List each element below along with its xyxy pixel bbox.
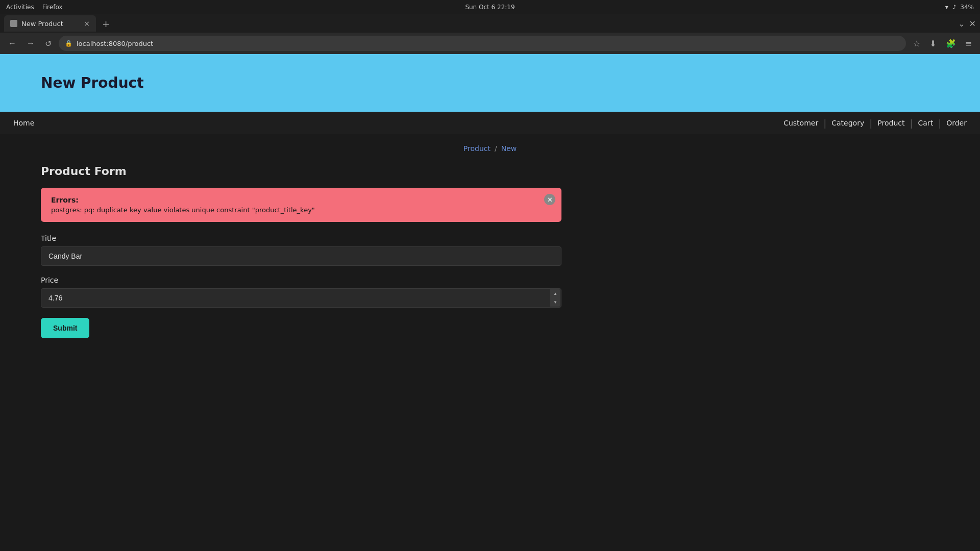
tab-end-controls: ⌄ ✕ [958,19,976,29]
error-close-button[interactable]: ✕ [544,194,555,205]
nav-bar: Home Customer | Category | Product | Car… [0,112,980,134]
active-tab[interactable]: New Product × [4,15,96,32]
wifi-icon: ▾ [945,4,948,11]
nav-sep-4: | [938,118,941,129]
nav-sep-1: | [823,118,826,129]
price-input-wrapper: ▲ ▼ [41,288,561,308]
breadcrumb: Product / New [41,144,939,153]
price-increment-button[interactable]: ▲ [550,289,560,298]
error-label: Errors: [51,196,541,204]
address-bar[interactable]: 🔒 localhost:8080/product [59,36,906,51]
nav-sep-2: | [869,118,872,129]
price-decrement-button[interactable]: ▼ [550,298,560,307]
page-header-title: New Product [41,74,144,91]
lock-icon: 🔒 [65,40,72,47]
nav-right: Customer | Category | Product | Cart | O… [780,117,970,129]
error-box: Errors: postgres: pq: duplicate key valu… [41,188,561,222]
nav-category[interactable]: Category [828,117,867,129]
title-field-group: Title [41,234,561,266]
error-message: postgres: pq: duplicate key value violat… [51,206,541,214]
tab-list-button[interactable]: ⌄ [958,19,965,29]
nav-cart[interactable]: Cart [915,117,937,129]
nav-sep-3: | [910,118,913,129]
activities-label[interactable]: Activities [6,4,34,11]
browser-toolbar-right: ☆ ⬇ 🧩 ≡ [910,37,975,51]
nav-customer[interactable]: Customer [780,117,821,129]
breadcrumb-parent[interactable]: Product [463,144,491,153]
nav-order[interactable]: Order [943,117,970,129]
forward-button[interactable]: → [23,37,38,50]
sound-icon: ♪ [952,4,957,11]
tab-close-button[interactable]: × [84,19,90,28]
close-browser-button[interactable]: ✕ [969,19,976,29]
browser-tabs-bar: New Product × + ⌄ ✕ [0,14,980,33]
back-button[interactable]: ← [5,37,19,50]
menu-icon[interactable]: ≡ [962,37,975,51]
breadcrumb-current: New [501,144,517,153]
bookmark-icon[interactable]: ☆ [910,37,923,51]
new-tab-button[interactable]: + [98,16,114,31]
os-bar-right: ▾ ♪ 34% [945,4,974,11]
price-spin-buttons: ▲ ▼ [550,289,560,307]
url-text: localhost:8080/product [77,40,153,47]
main-content: Product / New Product Form Errors: postg… [0,134,980,440]
title-label: Title [41,234,561,242]
tab-title: New Product [21,20,63,28]
breadcrumb-separator: / [495,144,497,153]
nav-product[interactable]: Product [874,117,908,129]
price-field-group: Price ▲ ▼ [41,276,561,308]
os-bar-left: Activities Firefox [6,4,62,11]
firefox-label[interactable]: Firefox [42,4,63,11]
download-icon[interactable]: ⬇ [926,37,939,51]
os-bar: Activities Firefox Sun Oct 6 22:19 ▾ ♪ 3… [0,0,980,14]
tab-favicon [10,20,17,27]
price-input[interactable] [41,288,561,308]
price-label: Price [41,276,561,284]
nav-left: Home [10,117,37,129]
reload-button[interactable]: ↺ [42,37,55,51]
submit-button[interactable]: Submit [41,318,89,338]
browser-chrome: New Product × + ⌄ ✕ ← → ↺ 🔒 localhost:80… [0,14,980,54]
extensions-icon[interactable]: 🧩 [943,37,959,51]
os-datetime: Sun Oct 6 22:19 [465,4,514,11]
title-input[interactable] [41,246,561,266]
nav-home[interactable]: Home [10,117,37,129]
page-header: New Product [0,54,980,112]
form-title: Product Form [41,165,939,178]
battery-label: 34% [960,4,974,11]
browser-toolbar: ← → ↺ 🔒 localhost:8080/product ☆ ⬇ 🧩 ≡ [0,33,980,54]
